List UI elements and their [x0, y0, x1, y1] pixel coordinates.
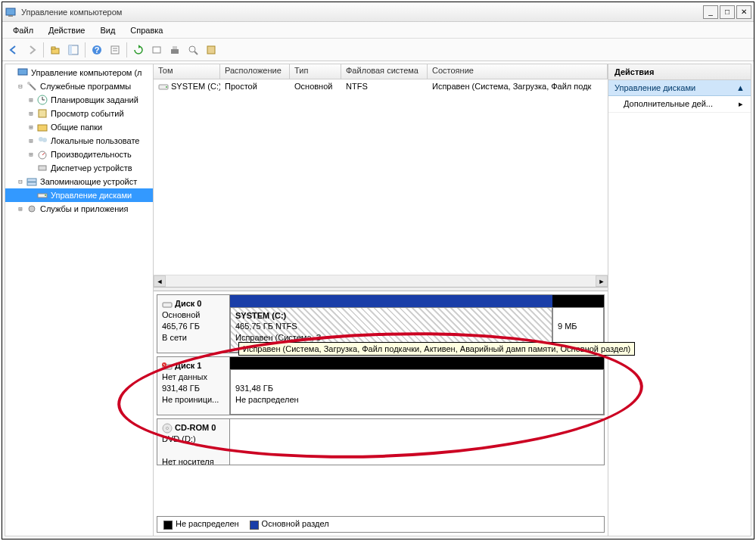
disk-1-unalloc-size: 931,48 ГБ: [235, 384, 273, 393]
svg-rect-5: [69, 45, 72, 54]
tree-system-tools[interactable]: ⊟Служебные программы: [5, 79, 153, 93]
disk-1-vol-unallocated[interactable]: 931,48 ГБ Не распределен: [230, 369, 604, 415]
up-button[interactable]: [47, 42, 64, 58]
disk-0-state: В сети: [162, 333, 187, 342]
svg-point-18: [27, 82, 30, 85]
tree-label: Службы и приложения: [40, 204, 128, 213]
event-icon: [36, 107, 48, 120]
tool-button-d[interactable]: [203, 42, 219, 58]
minimize-button[interactable]: _: [703, 5, 718, 19]
col-layout[interactable]: Расположение: [220, 64, 290, 79]
cdrom-row[interactable]: CD-ROM 0 DVD (D:) Нет носителя: [157, 418, 605, 465]
legend-unallocated: Не распределен: [163, 519, 239, 529]
actions-section[interactable]: Управление дисками ▲: [608, 80, 751, 96]
disk-1-row[interactable]: Диск 1 Нет данных 931,48 ГБ Не проиници.…: [157, 356, 605, 415]
menu-help[interactable]: Справка: [123, 23, 170, 37]
svg-rect-23: [38, 125, 47, 131]
col-fs[interactable]: Файловая система: [341, 64, 428, 79]
volume-list-scrollbar[interactable]: ◄ ►: [154, 275, 608, 287]
col-type[interactable]: Тип: [290, 64, 341, 79]
svg-point-35: [166, 86, 167, 88]
scroll-right-button[interactable]: ►: [596, 275, 608, 287]
nav-tree[interactable]: Управление компьютером (л ⊟Служебные про…: [5, 64, 154, 536]
volume-row[interactable]: SYSTEM (C:) Простой Основной NTFS Исправ…: [154, 79, 608, 93]
content-body: Управление компьютером (л ⊟Служебные про…: [5, 64, 751, 536]
toolbar: ?: [2, 39, 754, 61]
cell-layout: Простой: [220, 82, 290, 91]
tree-root[interactable]: Управление компьютером (л: [5, 66, 153, 79]
disk-warning-icon: [162, 362, 173, 371]
svg-rect-30: [27, 182, 36, 185]
cdrom-icon: [162, 423, 173, 434]
svg-point-14: [189, 46, 195, 52]
tree-devmgr[interactable]: Диспетчер устройств: [5, 161, 153, 175]
svg-rect-28: [39, 166, 46, 170]
app-icon: [5, 6, 17, 18]
disk-0-title: Диск 0: [175, 299, 201, 308]
disk-1-state: Не проиници...: [162, 395, 219, 404]
cdrom-volumes: [230, 419, 604, 465]
disk-0-vol-reserved-size: 9 МБ: [558, 322, 577, 331]
clock-icon: [36, 94, 48, 106]
tree-services-apps[interactable]: ⊞Службы и приложения: [5, 202, 153, 216]
drive-icon: [158, 82, 169, 91]
show-hide-tree-button[interactable]: [65, 42, 82, 58]
window-title: Управление компьютером: [21, 8, 702, 17]
svg-rect-12: [171, 49, 179, 54]
forward-button[interactable]: [23, 42, 40, 58]
tool-button-c[interactable]: [185, 42, 201, 58]
disk-1-kind: Нет данных: [162, 372, 207, 381]
legend-unallocated-label: Не распределен: [176, 519, 239, 528]
svg-text:?: ?: [95, 45, 100, 54]
svg-point-33: [29, 206, 35, 212]
back-button[interactable]: [5, 42, 22, 58]
tool-button-a[interactable]: [148, 42, 165, 58]
col-volume[interactable]: Том: [154, 64, 220, 79]
menu-view[interactable]: Вид: [92, 23, 123, 37]
help-button[interactable]: ?: [89, 42, 105, 58]
tree-label: Запоминающие устройст: [40, 177, 137, 186]
svg-rect-17: [18, 69, 27, 75]
svg-rect-36: [163, 303, 172, 307]
disk-0-colorbar: [230, 295, 604, 307]
computer-icon: [17, 67, 29, 79]
disk-0-info: Диск 0 Основной 465,76 ГБ В сети: [157, 295, 230, 353]
svg-point-32: [45, 194, 46, 196]
scroll-left-button[interactable]: ◄: [154, 275, 166, 287]
diskmgmt-icon: [36, 189, 48, 201]
disk-icon: [162, 300, 173, 309]
svg-rect-16: [207, 46, 215, 54]
close-button[interactable]: ✕: [736, 5, 751, 19]
tree-users[interactable]: ⊞Локальные пользовате: [5, 134, 153, 148]
tree-storage[interactable]: ⊟Запоминающие устройст: [5, 175, 153, 188]
folder-icon: [36, 121, 48, 133]
menu-action[interactable]: Действие: [41, 23, 92, 37]
disk-0-vol-status: Исправен (Система, З: [235, 333, 321, 342]
refresh-button[interactable]: [130, 42, 147, 58]
tree-perf[interactable]: ⊞Производительность: [5, 148, 153, 161]
cell-fs: NTFS: [341, 82, 428, 91]
volume-status-tooltip: Исправен (Система, Загрузка, Файл подкач…: [238, 342, 635, 356]
menu-file[interactable]: Файл: [5, 23, 41, 37]
disk-graphical-view[interactable]: Диск 0 Основной 465,76 ГБ В сети SYSTEM …: [154, 291, 608, 516]
volume-list-header: Том Расположение Тип Файловая система Со…: [154, 64, 608, 79]
tree-diskmgmt[interactable]: Управление дисками: [5, 188, 153, 202]
properties-button[interactable]: [107, 42, 123, 58]
col-status[interactable]: Состояние: [428, 64, 608, 79]
svg-rect-3: [51, 47, 55, 49]
gear-icon: [26, 203, 38, 215]
actions-more-label: Дополнительные дей...: [624, 99, 713, 109]
volume-list[interactable]: SYSTEM (C:) Простой Основной NTFS Исправ…: [154, 79, 608, 287]
maximize-button[interactable]: □: [720, 5, 735, 19]
cdrom-title: CD-ROM 0: [175, 423, 216, 432]
tree-shared[interactable]: ⊞Общие папки: [5, 120, 153, 134]
tree-eventvwr[interactable]: ⊞Просмотр событий: [5, 107, 153, 120]
legend-primary-label: Основной раздел: [262, 519, 329, 528]
tool-button-b[interactable]: [166, 42, 183, 58]
disk-1-colorbar: [230, 357, 604, 369]
tree-scheduler[interactable]: ⊞Планировщик заданий: [5, 93, 153, 107]
svg-point-24: [39, 137, 43, 141]
legend-primary: Основной раздел: [250, 519, 329, 529]
actions-section-label: Управление дисками: [614, 83, 695, 92]
actions-more[interactable]: Дополнительные дей... ▸: [608, 96, 751, 113]
